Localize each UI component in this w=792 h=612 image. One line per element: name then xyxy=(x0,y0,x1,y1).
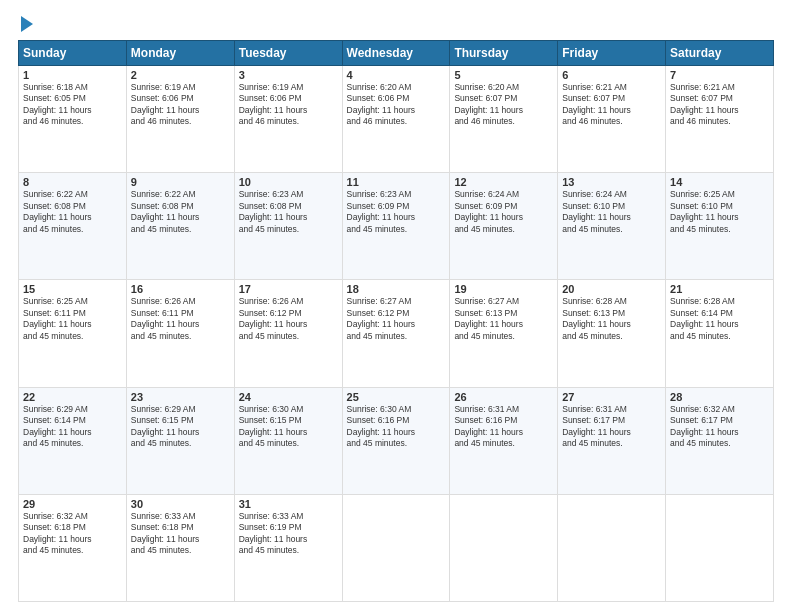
calendar-cell: 16Sunrise: 6:26 AMSunset: 6:11 PMDayligh… xyxy=(126,280,234,387)
cell-content: Sunrise: 6:19 AMSunset: 6:06 PMDaylight:… xyxy=(131,82,230,128)
calendar-cell: 25Sunrise: 6:30 AMSunset: 6:16 PMDayligh… xyxy=(342,387,450,494)
calendar-week-5: 29Sunrise: 6:32 AMSunset: 6:18 PMDayligh… xyxy=(19,494,774,601)
day-number: 20 xyxy=(562,283,661,295)
cell-content: Sunrise: 6:24 AMSunset: 6:10 PMDaylight:… xyxy=(562,189,661,235)
calendar-cell: 19Sunrise: 6:27 AMSunset: 6:13 PMDayligh… xyxy=(450,280,558,387)
cell-content: Sunrise: 6:22 AMSunset: 6:08 PMDaylight:… xyxy=(131,189,230,235)
calendar-cell: 12Sunrise: 6:24 AMSunset: 6:09 PMDayligh… xyxy=(450,173,558,280)
day-number: 3 xyxy=(239,69,338,81)
calendar-cell: 17Sunrise: 6:26 AMSunset: 6:12 PMDayligh… xyxy=(234,280,342,387)
day-number: 10 xyxy=(239,176,338,188)
logo-arrow-icon xyxy=(21,16,33,32)
day-number: 18 xyxy=(347,283,446,295)
day-number: 24 xyxy=(239,391,338,403)
day-number: 14 xyxy=(670,176,769,188)
day-number: 16 xyxy=(131,283,230,295)
day-number: 9 xyxy=(131,176,230,188)
calendar-cell: 31Sunrise: 6:33 AMSunset: 6:19 PMDayligh… xyxy=(234,494,342,601)
cell-content: Sunrise: 6:26 AMSunset: 6:12 PMDaylight:… xyxy=(239,296,338,342)
cell-content: Sunrise: 6:25 AMSunset: 6:10 PMDaylight:… xyxy=(670,189,769,235)
cell-content: Sunrise: 6:31 AMSunset: 6:16 PMDaylight:… xyxy=(454,404,553,450)
cell-content: Sunrise: 6:24 AMSunset: 6:09 PMDaylight:… xyxy=(454,189,553,235)
day-number: 17 xyxy=(239,283,338,295)
day-number: 4 xyxy=(347,69,446,81)
day-number: 21 xyxy=(670,283,769,295)
day-number: 29 xyxy=(23,498,122,510)
cell-content: Sunrise: 6:21 AMSunset: 6:07 PMDaylight:… xyxy=(562,82,661,128)
day-number: 25 xyxy=(347,391,446,403)
cell-content: Sunrise: 6:33 AMSunset: 6:19 PMDaylight:… xyxy=(239,511,338,557)
calendar-cell xyxy=(450,494,558,601)
day-number: 6 xyxy=(562,69,661,81)
day-number: 30 xyxy=(131,498,230,510)
cell-content: Sunrise: 6:23 AMSunset: 6:09 PMDaylight:… xyxy=(347,189,446,235)
calendar-cell: 24Sunrise: 6:30 AMSunset: 6:15 PMDayligh… xyxy=(234,387,342,494)
calendar-cell xyxy=(666,494,774,601)
calendar-cell: 5Sunrise: 6:20 AMSunset: 6:07 PMDaylight… xyxy=(450,66,558,173)
calendar-cell: 22Sunrise: 6:29 AMSunset: 6:14 PMDayligh… xyxy=(19,387,127,494)
cell-content: Sunrise: 6:29 AMSunset: 6:15 PMDaylight:… xyxy=(131,404,230,450)
day-number: 28 xyxy=(670,391,769,403)
cell-content: Sunrise: 6:28 AMSunset: 6:13 PMDaylight:… xyxy=(562,296,661,342)
cell-content: Sunrise: 6:31 AMSunset: 6:17 PMDaylight:… xyxy=(562,404,661,450)
calendar-cell: 7Sunrise: 6:21 AMSunset: 6:07 PMDaylight… xyxy=(666,66,774,173)
calendar-cell: 1Sunrise: 6:18 AMSunset: 6:05 PMDaylight… xyxy=(19,66,127,173)
cell-content: Sunrise: 6:30 AMSunset: 6:16 PMDaylight:… xyxy=(347,404,446,450)
cell-content: Sunrise: 6:27 AMSunset: 6:12 PMDaylight:… xyxy=(347,296,446,342)
calendar-cell: 30Sunrise: 6:33 AMSunset: 6:18 PMDayligh… xyxy=(126,494,234,601)
calendar-cell: 14Sunrise: 6:25 AMSunset: 6:10 PMDayligh… xyxy=(666,173,774,280)
calendar-cell: 6Sunrise: 6:21 AMSunset: 6:07 PMDaylight… xyxy=(558,66,666,173)
logo xyxy=(18,18,33,32)
col-sunday: Sunday xyxy=(19,41,127,66)
col-wednesday: Wednesday xyxy=(342,41,450,66)
col-monday: Monday xyxy=(126,41,234,66)
calendar-cell: 10Sunrise: 6:23 AMSunset: 6:08 PMDayligh… xyxy=(234,173,342,280)
calendar-week-2: 8Sunrise: 6:22 AMSunset: 6:08 PMDaylight… xyxy=(19,173,774,280)
calendar-cell: 28Sunrise: 6:32 AMSunset: 6:17 PMDayligh… xyxy=(666,387,774,494)
day-number: 22 xyxy=(23,391,122,403)
day-number: 31 xyxy=(239,498,338,510)
cell-content: Sunrise: 6:28 AMSunset: 6:14 PMDaylight:… xyxy=(670,296,769,342)
calendar-cell: 3Sunrise: 6:19 AMSunset: 6:06 PMDaylight… xyxy=(234,66,342,173)
calendar-cell: 13Sunrise: 6:24 AMSunset: 6:10 PMDayligh… xyxy=(558,173,666,280)
cell-content: Sunrise: 6:19 AMSunset: 6:06 PMDaylight:… xyxy=(239,82,338,128)
header xyxy=(18,18,774,32)
calendar-cell: 20Sunrise: 6:28 AMSunset: 6:13 PMDayligh… xyxy=(558,280,666,387)
calendar-table: Sunday Monday Tuesday Wednesday Thursday… xyxy=(18,40,774,602)
day-number: 1 xyxy=(23,69,122,81)
page: Sunday Monday Tuesday Wednesday Thursday… xyxy=(0,0,792,612)
calendar-header-row: Sunday Monday Tuesday Wednesday Thursday… xyxy=(19,41,774,66)
calendar-cell: 8Sunrise: 6:22 AMSunset: 6:08 PMDaylight… xyxy=(19,173,127,280)
day-number: 7 xyxy=(670,69,769,81)
day-number: 26 xyxy=(454,391,553,403)
day-number: 23 xyxy=(131,391,230,403)
day-number: 2 xyxy=(131,69,230,81)
cell-content: Sunrise: 6:33 AMSunset: 6:18 PMDaylight:… xyxy=(131,511,230,557)
cell-content: Sunrise: 6:25 AMSunset: 6:11 PMDaylight:… xyxy=(23,296,122,342)
calendar-cell: 29Sunrise: 6:32 AMSunset: 6:18 PMDayligh… xyxy=(19,494,127,601)
calendar-week-3: 15Sunrise: 6:25 AMSunset: 6:11 PMDayligh… xyxy=(19,280,774,387)
calendar-cell: 9Sunrise: 6:22 AMSunset: 6:08 PMDaylight… xyxy=(126,173,234,280)
cell-content: Sunrise: 6:27 AMSunset: 6:13 PMDaylight:… xyxy=(454,296,553,342)
day-number: 5 xyxy=(454,69,553,81)
cell-content: Sunrise: 6:30 AMSunset: 6:15 PMDaylight:… xyxy=(239,404,338,450)
cell-content: Sunrise: 6:32 AMSunset: 6:17 PMDaylight:… xyxy=(670,404,769,450)
day-number: 13 xyxy=(562,176,661,188)
cell-content: Sunrise: 6:26 AMSunset: 6:11 PMDaylight:… xyxy=(131,296,230,342)
col-saturday: Saturday xyxy=(666,41,774,66)
day-number: 12 xyxy=(454,176,553,188)
cell-content: Sunrise: 6:21 AMSunset: 6:07 PMDaylight:… xyxy=(670,82,769,128)
cell-content: Sunrise: 6:29 AMSunset: 6:14 PMDaylight:… xyxy=(23,404,122,450)
col-friday: Friday xyxy=(558,41,666,66)
cell-content: Sunrise: 6:22 AMSunset: 6:08 PMDaylight:… xyxy=(23,189,122,235)
calendar-cell: 11Sunrise: 6:23 AMSunset: 6:09 PMDayligh… xyxy=(342,173,450,280)
calendar-cell: 21Sunrise: 6:28 AMSunset: 6:14 PMDayligh… xyxy=(666,280,774,387)
day-number: 19 xyxy=(454,283,553,295)
calendar-cell: 23Sunrise: 6:29 AMSunset: 6:15 PMDayligh… xyxy=(126,387,234,494)
cell-content: Sunrise: 6:32 AMSunset: 6:18 PMDaylight:… xyxy=(23,511,122,557)
cell-content: Sunrise: 6:20 AMSunset: 6:06 PMDaylight:… xyxy=(347,82,446,128)
calendar-cell: 26Sunrise: 6:31 AMSunset: 6:16 PMDayligh… xyxy=(450,387,558,494)
calendar-cell xyxy=(558,494,666,601)
calendar-cell: 27Sunrise: 6:31 AMSunset: 6:17 PMDayligh… xyxy=(558,387,666,494)
cell-content: Sunrise: 6:23 AMSunset: 6:08 PMDaylight:… xyxy=(239,189,338,235)
